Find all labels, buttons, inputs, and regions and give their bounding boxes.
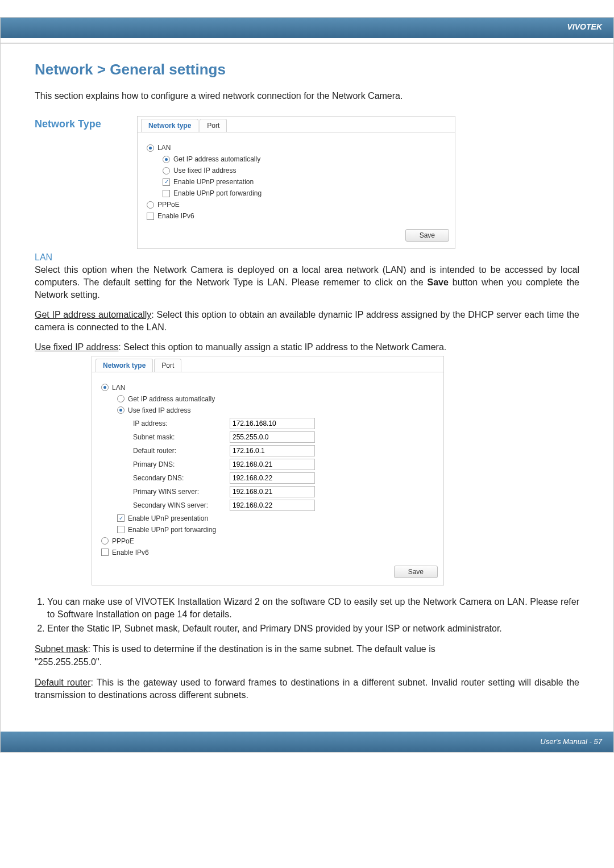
subnet-input[interactable]	[230, 431, 315, 443]
radio-icon	[101, 384, 109, 391]
tab-port[interactable]: Port	[200, 119, 227, 132]
content: Network > General settings This section …	[1, 44, 613, 720]
save-button[interactable]: Save	[405, 229, 449, 242]
lan-para1-bold: Save	[427, 277, 448, 287]
default-router-text: : This is the gateway used to forward fr…	[35, 678, 579, 700]
panel1-tabs: Network type Port	[138, 117, 455, 132]
opt-use-fixed-label: Use fixed IP address	[173, 167, 237, 175]
opt-lan-label: LAN	[157, 144, 171, 152]
header-bar: VIVOTEK	[1, 18, 613, 38]
opt-lan[interactable]: LAN	[147, 144, 446, 152]
opt-upnp-portfwd[interactable]: Enable UPnP port forwarding	[163, 189, 446, 197]
network-panel-1: Network type Port LAN Get IP address aut…	[137, 116, 455, 249]
radio-icon	[163, 156, 170, 163]
tab-network-type[interactable]: Network type	[96, 359, 153, 372]
panel2-save-row: Save	[92, 566, 443, 585]
panel2-body: LAN Get IP address automatically Use fix…	[92, 372, 443, 566]
checkbox-icon	[163, 190, 170, 197]
notes-list: You can make use of VIVOTEK Installation…	[35, 596, 579, 635]
panel2-tabs: Network type Port	[92, 356, 443, 372]
panel1-body: LAN Get IP address automatically Use fix…	[138, 132, 455, 229]
subnet-para: Subnet mask: This is used to determine i…	[35, 643, 579, 655]
field-primary-dns: Primary DNS:	[133, 459, 434, 470]
router-input[interactable]	[230, 445, 315, 456]
opt-upnp-present-label: Enable UPnP presentation	[128, 514, 208, 522]
field-primary-wins: Primary WINS server:	[133, 486, 434, 497]
opt-pppoe[interactable]: PPPoE	[101, 537, 434, 545]
lan-usefixed-para: Use fixed IP address: Select this option…	[35, 341, 579, 354]
secondary-dns-input[interactable]	[230, 472, 315, 484]
lan-getip-para: Get IP address automatically: Select thi…	[35, 309, 579, 333]
network-panel-2: Network type Port LAN Get IP address aut…	[92, 356, 444, 585]
radio-icon	[147, 144, 154, 152]
opt-ipv6[interactable]: Enable IPv6	[101, 549, 434, 556]
field-primary-wins-label: Primary WINS server:	[133, 488, 230, 496]
field-router: Default router:	[133, 445, 434, 456]
opt-get-ip-auto[interactable]: Get IP address automatically	[163, 155, 446, 163]
field-secondary-dns-label: Secondary DNS:	[133, 474, 230, 482]
note-1: You can make use of VIVOTEK Installation…	[47, 596, 579, 620]
opt-upnp-present[interactable]: ✓ Enable UPnP presentation	[163, 178, 446, 186]
footer-text: User's Manual - 57	[540, 737, 602, 746]
ip-address-input[interactable]	[230, 418, 315, 429]
tab-port[interactable]: Port	[154, 359, 181, 372]
panel1-save-row: Save	[138, 229, 455, 248]
opt-get-ip-auto-label: Get IP address automatically	[128, 395, 215, 403]
lan-usefixed-label: Use fixed IP address	[35, 342, 118, 352]
opt-pppoe-label: PPPoE	[157, 201, 180, 209]
opt-ipv6[interactable]: Enable IPv6	[147, 212, 446, 220]
field-ip-address: IP address:	[133, 418, 434, 429]
field-subnet: Subnet mask:	[133, 431, 434, 443]
opt-upnp-present-label: Enable UPnP presentation	[173, 178, 254, 186]
opt-upnp-present[interactable]: ✓ Enable UPnP presentation	[117, 514, 434, 522]
field-secondary-wins-label: Secondary WINS server:	[133, 501, 230, 509]
footer-bar: User's Manual - 57	[1, 732, 613, 752]
opt-ipv6-label: Enable IPv6	[157, 212, 194, 220]
lan-usefixed-text: : Select this option to manually assign …	[118, 342, 446, 352]
radio-icon	[101, 537, 109, 545]
opt-ipv6-label: Enable IPv6	[112, 549, 149, 556]
opt-upnp-portfwd[interactable]: Enable UPnP port forwarding	[117, 526, 434, 534]
opt-upnp-portfwd-label: Enable UPnP port forwarding	[128, 526, 216, 534]
field-ip-address-label: IP address:	[133, 420, 230, 427]
secondary-wins-input[interactable]	[230, 500, 315, 511]
note-2: Enter the Static IP, Subnet mask, Defaul…	[47, 622, 579, 635]
opt-use-fixed[interactable]: Use fixed IP address	[117, 406, 434, 414]
lan-para1: Select this option when the Network Came…	[35, 264, 579, 301]
opt-get-ip-auto[interactable]: Get IP address automatically	[117, 395, 434, 403]
opt-use-fixed[interactable]: Use fixed IP address	[163, 167, 446, 175]
checkbox-icon	[117, 526, 125, 533]
primary-dns-input[interactable]	[230, 459, 315, 470]
network-type-label: Network Type	[35, 116, 137, 130]
checkbox-icon	[147, 213, 154, 220]
field-subnet-label: Subnet mask:	[133, 433, 230, 441]
field-secondary-dns: Secondary DNS:	[133, 472, 434, 484]
lan-heading: LAN	[35, 252, 579, 263]
radio-icon	[117, 395, 125, 402]
opt-get-ip-auto-label: Get IP address automatically	[173, 155, 260, 163]
subnet-text-a: : This is used to determine if the desti…	[88, 644, 435, 654]
field-router-label: Default router:	[133, 447, 230, 455]
default-router-para: Default router: This is the gateway used…	[35, 676, 579, 701]
tab-network-type[interactable]: Network type	[141, 119, 198, 132]
subnet-label: Subnet mask	[35, 644, 88, 654]
subnet-value-line: "255.255.255.0".	[35, 656, 579, 668]
opt-lan[interactable]: LAN	[101, 384, 434, 392]
opt-upnp-portfwd-label: Enable UPnP port forwarding	[173, 189, 262, 197]
radio-icon	[163, 167, 170, 175]
lan-getip-label: Get IP address automatically	[35, 310, 151, 319]
network-type-row: Network Type Network type Port LAN Get I…	[35, 116, 579, 249]
radio-icon	[147, 201, 154, 209]
default-router-label: Default router	[35, 678, 91, 687]
intro-text: This section explains how to configure a…	[35, 90, 579, 102]
opt-pppoe-label: PPPoE	[112, 537, 134, 545]
primary-wins-input[interactable]	[230, 486, 315, 497]
checkbox-icon: ✓	[117, 514, 125, 522]
panel2-wrap: Network type Port LAN Get IP address aut…	[35, 356, 579, 585]
opt-pppoe[interactable]: PPPoE	[147, 201, 446, 209]
page-title: Network > General settings	[35, 61, 579, 78]
checkbox-icon	[101, 549, 109, 556]
field-secondary-wins: Secondary WINS server:	[133, 500, 434, 511]
save-button[interactable]: Save	[394, 566, 438, 578]
header-brand: VIVOTEK	[567, 22, 602, 31]
